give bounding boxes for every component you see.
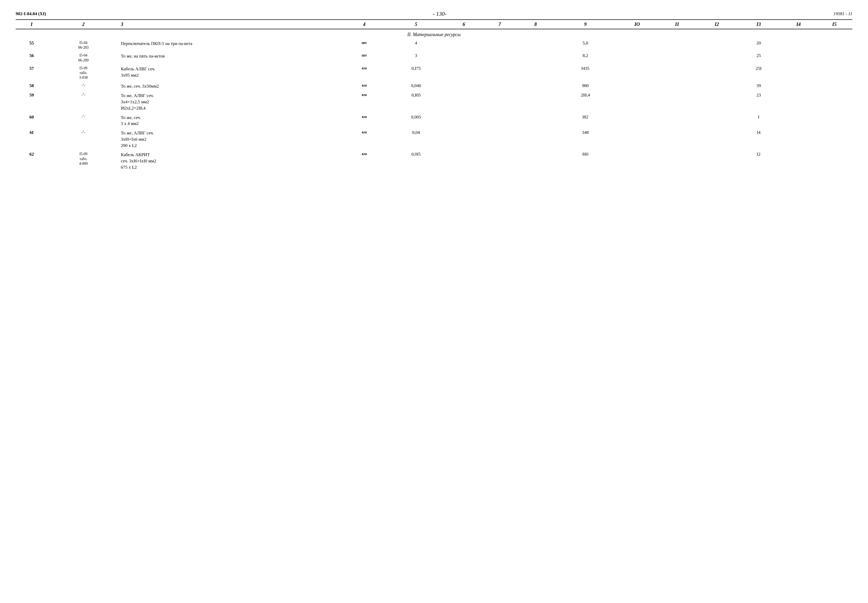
col-header-10: IO	[617, 20, 657, 29]
section-title: II. Материальные ресурсы	[16, 29, 852, 39]
table-row: 62I5-09табл.4-009Кабель АКРИТсеч. 3хI6+I…	[16, 150, 852, 172]
header-left: 902-I-84.84 (XI)	[16, 11, 46, 17]
col-header-12: I2	[697, 20, 737, 29]
table-row: 56I5-0406-289То же, на пять па-кетовшт38…	[16, 51, 852, 64]
table-row: 58-"-То же, сеч. 3х50мм2км0,04098039	[16, 82, 852, 91]
col-header-9: 9	[553, 20, 617, 29]
page-header: 902-I-84.84 (XI) - 130- 19581 - 11	[16, 11, 852, 17]
col-header-1: I	[16, 20, 48, 29]
table-row: 6I-"-То же, АЛВГ сеч.3хI0+Iх6 мм2290 х I…	[16, 128, 852, 150]
col-header-6: 6	[446, 20, 482, 29]
col-header-8: 8	[518, 20, 553, 29]
col-header-13: I3	[737, 20, 781, 29]
col-header-14: I4	[781, 20, 817, 29]
col-header-2: 2	[48, 20, 119, 29]
col-header-5: 5	[386, 20, 446, 29]
column-header-row: I 2 3 4 5 6 7 8 9 IO II I2 I3 I4 I5	[16, 20, 852, 29]
col-header-3: 3	[119, 20, 342, 29]
col-header-7: 7	[482, 20, 518, 29]
table-row: 60-"-То же, сеч.3 х 4 мм2км0,005I82I	[16, 113, 852, 129]
col-header-15: I5	[817, 20, 852, 29]
table-row: 57I5-09табл.3-038Кабель АЛВГ сеч.3х95 мм…	[16, 64, 852, 82]
section-header-row: II. Материальные ресурсы	[16, 29, 852, 39]
table-row: 55I5-0406-283Переключатель ПКП-5 на три …	[16, 39, 852, 51]
col-header-11: II	[657, 20, 697, 29]
header-right: 19581 - 11	[834, 11, 852, 17]
table-row: 59-"-То же, АЛВГ сеч.3х4+1х2,5 мм2I82хI,…	[16, 91, 852, 113]
col-header-4: 4	[342, 20, 386, 29]
header-center: - 130-	[433, 11, 447, 17]
main-table: I 2 3 4 5 6 7 8 9 IO II I2 I3 I4 I5 II. …	[16, 19, 852, 172]
